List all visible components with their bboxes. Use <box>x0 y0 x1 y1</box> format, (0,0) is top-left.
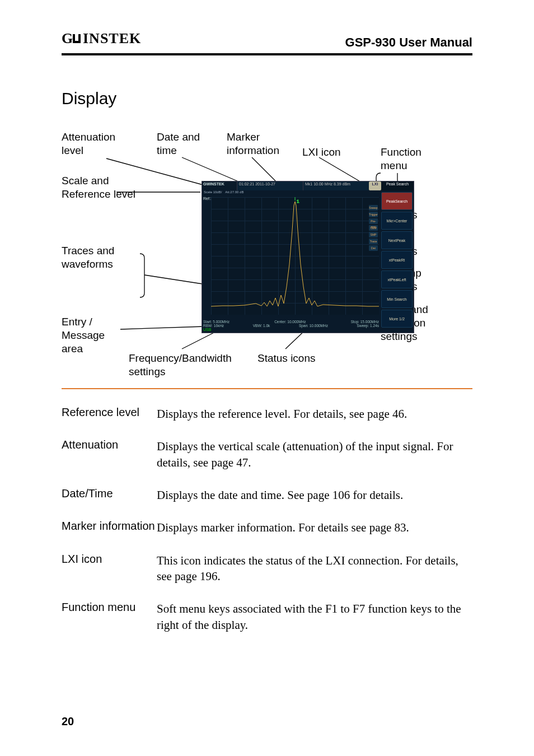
status-icon-strip: Sweep Trigger Pre-amp C&M SMP Trace Det <box>369 204 379 252</box>
usb-indicator: USB <box>203 328 211 332</box>
screen-bottom-info: Start: 5.000MHz Center: 10.000MHz Stop: … <box>203 320 379 332</box>
section-divider <box>62 388 472 389</box>
definition-body: This icon indicates the status of the LX… <box>157 553 472 585</box>
definition-body: Displays the reference level. For detail… <box>157 406 472 422</box>
callout-status: Status icons <box>257 352 341 365</box>
definition-term: Marker information <box>62 520 157 535</box>
definition-body: Displays marker information. For details… <box>157 520 472 535</box>
screen-menu-title: Peak Search <box>381 181 414 190</box>
instrument-screen: GWINSTEK 01:02:21 2011-10-27 Mk1 10.00 M… <box>202 181 414 333</box>
center-freq: Center: 10.000MHz <box>274 320 306 324</box>
svg-text:1: 1 <box>297 199 299 204</box>
logo-icon: G INSTEK <box>62 31 162 46</box>
definition-term: LXI icon <box>62 553 157 585</box>
svg-text:INSTEK: INSTEK <box>83 31 141 46</box>
softkey[interactable]: NextPeak <box>381 231 413 249</box>
softkey[interactable]: Mkr>Center <box>381 212 413 230</box>
page-number: 20 <box>62 715 74 728</box>
start-freq: Start: 5.000MHz <box>203 320 229 324</box>
softkey[interactable]: More 1/2 <box>381 310 413 328</box>
rbw: RBW: 16kHz <box>203 324 224 328</box>
svg-text:G: G <box>62 31 74 46</box>
screen-scale: Scale 10dB/ <box>202 190 223 196</box>
status-icon: Det <box>369 245 378 251</box>
spectrum-plot: 1 <box>211 197 379 315</box>
section-heading: Display <box>62 89 472 108</box>
trace-waveform: 1 <box>211 197 379 315</box>
vbw: VBW: 1.0k <box>253 324 270 328</box>
screen-marker: Mk1 10.00 MHz 8.39 dBm <box>303 181 369 190</box>
callout-funcmenu: Function menu <box>381 146 442 172</box>
definition-row: LXI icon This icon indicates the status … <box>62 553 472 585</box>
callout-datetime: Date and time <box>157 130 218 157</box>
definition-term: Function menu <box>62 601 157 633</box>
definition-row: Attenuation Displays the vertical scale … <box>62 438 472 470</box>
softkey[interactable]: xtPeakRt <box>381 251 413 269</box>
callout-lxi: LXI icon <box>302 146 353 159</box>
softkey[interactable]: Min Search <box>381 290 413 308</box>
page-header: G INSTEK GSP-930 User Manual <box>62 31 472 55</box>
display-diagram: Attenuation level Date and time Marker i… <box>62 125 472 382</box>
definition-term: Date/Time <box>62 487 157 503</box>
status-icon: Trace <box>369 239 378 244</box>
screen-att: Att:27.00 dB <box>223 190 245 196</box>
definition-body: Displays the vertical scale (attenuation… <box>157 438 472 470</box>
definition-row: Date/Time Displays the date and time. Se… <box>62 487 472 503</box>
brand-logo: G INSTEK <box>62 31 162 46</box>
callout-attenuation: Attenuation level <box>62 130 134 157</box>
definition-row: Reference level Displays the reference l… <box>62 406 472 422</box>
status-icon: C&M <box>369 225 378 231</box>
softkey[interactable]: PeakSearch <box>381 192 413 210</box>
definition-body: Displays the date and time. See page 106… <box>157 487 472 503</box>
status-icon: SMP <box>369 232 378 237</box>
callout-marker: Marker information <box>227 130 294 157</box>
softkey-menu: PeakSearch Mkr>Center NextPeak xtPeakRt … <box>380 190 414 333</box>
callout-scaleref: Scale and Reference level <box>62 174 140 201</box>
status-icon: Trigger <box>369 212 378 217</box>
manual-title: GSP-930 User Manual <box>345 35 472 50</box>
stop-freq: Stop: 15.000MHz <box>351 320 379 324</box>
callout-entry: Entry / Message area <box>62 315 129 355</box>
definition-body: Soft menu keys associated with the F1 to… <box>157 601 472 633</box>
sweep-time: Sweep: 1.24s <box>357 324 379 328</box>
definition-row: Marker information Displays marker infor… <box>62 520 472 535</box>
span: Span: 10.000MHz <box>299 324 328 328</box>
softkey[interactable]: xtPeakLeft <box>381 270 413 288</box>
callout-traces: Traces and waveforms <box>62 244 140 271</box>
screen-datetime: 01:02:21 2011-10-27 <box>237 181 303 190</box>
definition-term: Reference level <box>62 406 157 422</box>
screen-logo: GWINSTEK <box>202 181 237 190</box>
definition-list: Reference level Displays the reference l… <box>62 406 472 633</box>
definition-term: Attenuation <box>62 438 157 470</box>
lxi-icon: LXI <box>369 181 381 190</box>
status-icon: Sweep <box>369 205 378 211</box>
definition-row: Function menu Soft menu keys associated … <box>62 601 472 633</box>
status-icon: Pre-amp <box>369 218 378 224</box>
callout-freqbw: Frequency/Bandwidth settings <box>129 352 252 379</box>
svg-line-10 <box>120 326 204 329</box>
